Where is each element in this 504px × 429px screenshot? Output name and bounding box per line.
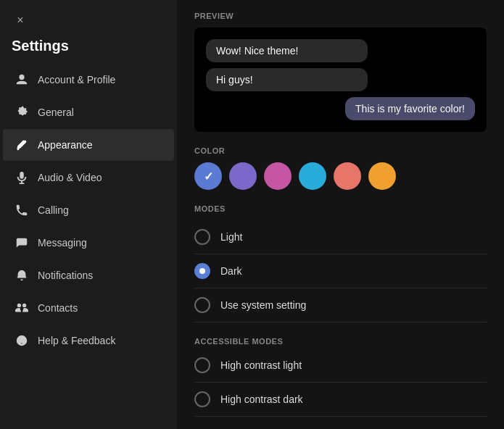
settings-icon (15, 105, 29, 120)
person-icon (15, 72, 29, 87)
sidebar-item-notifications[interactable]: Notifications (3, 259, 174, 291)
message-icon (15, 236, 29, 250)
sidebar-item-label: Messaging (38, 237, 87, 249)
sidebar-item-label: Appearance (38, 139, 93, 151)
modes-list: Light Dark Use system setting (194, 220, 487, 322)
preview-section: PREVIEW Wow! Nice theme!Hi guys!This is … (194, 12, 487, 132)
color-option-magenta[interactable] (264, 162, 292, 190)
accessible-mode-high-contrast-light[interactable]: High contrast light (194, 349, 487, 383)
sidebar-item-label: Calling (38, 204, 69, 216)
help-icon (15, 333, 29, 348)
accessible-modes-label: ACCESSIBLE MODES (194, 337, 487, 346)
mode-label: Light (220, 231, 242, 243)
radio-light (194, 229, 210, 245)
sidebar-item-label: Contacts (38, 302, 78, 314)
radio-dark (194, 263, 210, 279)
sidebar-item-label: Audio & Video (38, 172, 102, 183)
sidebar-item-label: General (38, 107, 74, 118)
mode-label: Dark (220, 265, 242, 277)
sidebar-item-label: Account & Profile (38, 74, 115, 86)
modes-section: MODES Light Dark Use system setting (194, 204, 487, 322)
mode-system[interactable]: Use system setting (194, 288, 487, 322)
sidebar: × Settings Account & Profile General App… (0, 0, 177, 429)
sidebar-item-contacts[interactable]: Contacts (3, 292, 174, 324)
radio-high-contrast-dark (194, 391, 210, 407)
accessible-modes-list: High contrast light High contrast dark (194, 349, 487, 417)
mode-label: High contrast dark (220, 393, 303, 405)
mode-light[interactable]: Light (194, 220, 487, 254)
sidebar-item-audio-video[interactable]: Audio & Video (3, 162, 174, 193)
sidebar-header: × (0, 0, 177, 35)
sidebar-item-general[interactable]: General (3, 96, 174, 128)
color-option-coral[interactable] (334, 162, 361, 190)
sidebar-item-help[interactable]: Help & Feedback (3, 325, 174, 357)
chat-bubble: This is my favorite color! (345, 97, 475, 120)
check-icon: ✓ (204, 170, 213, 183)
chat-bubble: Wow! Nice theme! (206, 39, 368, 62)
sidebar-item-label: Notifications (38, 270, 93, 281)
mic-icon (15, 170, 29, 185)
preview-label: PREVIEW (194, 12, 487, 20)
modes-label: MODES (194, 204, 487, 213)
sidebar-item-calling[interactable]: Calling (3, 194, 174, 226)
brush-icon (15, 138, 29, 152)
people-icon (15, 301, 29, 315)
mode-label: High contrast light (220, 359, 302, 371)
close-button[interactable]: × (12, 12, 29, 29)
color-options: ✓ (194, 162, 487, 190)
color-option-orange[interactable] (368, 162, 396, 190)
sidebar-item-account[interactable]: Account & Profile (3, 64, 174, 96)
color-section: COLOR ✓ (194, 146, 487, 190)
preview-box: Wow! Nice theme!Hi guys!This is my favor… (194, 28, 487, 132)
sidebar-nav: Account & Profile General Appearance Aud… (0, 63, 177, 357)
main-content: PREVIEW Wow! Nice theme!Hi guys!This is … (177, 0, 504, 429)
accessible-mode-high-contrast-dark[interactable]: High contrast dark (194, 383, 487, 417)
mode-label: Use system setting (220, 299, 306, 311)
chat-bubble: Hi guys! (206, 68, 368, 91)
bell-icon (15, 268, 29, 283)
radio-system (194, 297, 210, 313)
sidebar-item-label: Help & Feedback (38, 335, 115, 346)
accessible-section: ACCESSIBLE MODES High contrast light Hig… (194, 337, 487, 417)
settings-title: Settings (0, 35, 177, 63)
phone-icon (15, 203, 29, 217)
color-label: COLOR (194, 146, 487, 155)
color-option-default[interactable]: ✓ (194, 162, 222, 190)
color-option-cyan[interactable] (299, 162, 326, 190)
sidebar-item-messaging[interactable]: Messaging (3, 227, 174, 259)
color-option-purple[interactable] (229, 162, 257, 190)
mode-dark[interactable]: Dark (194, 254, 487, 288)
radio-high-contrast-light (194, 357, 210, 373)
sidebar-item-appearance[interactable]: Appearance (3, 129, 174, 161)
